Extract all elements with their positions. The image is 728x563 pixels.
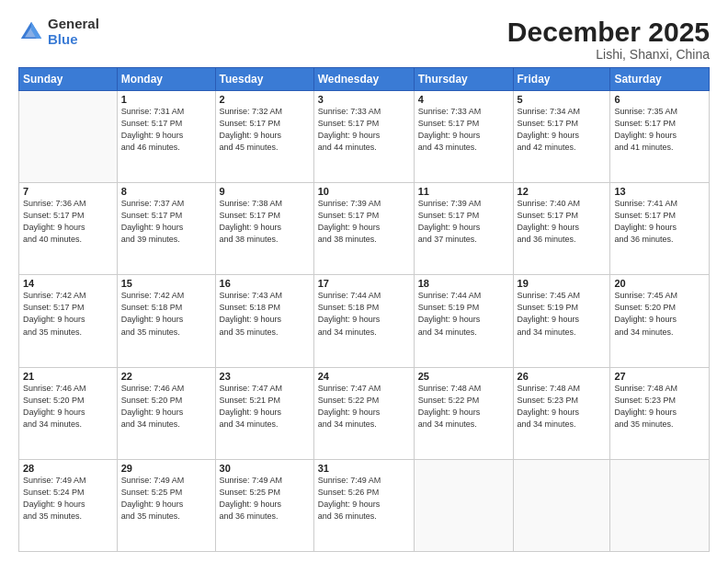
day-info: Sunrise: 7:44 AM Sunset: 5:19 PM Dayligh…: [418, 290, 509, 338]
day-header-saturday: Saturday: [610, 68, 710, 91]
day-number: 30: [220, 463, 310, 474]
calendar-cell: 5Sunrise: 7:34 AM Sunset: 5:17 PM Daylig…: [513, 91, 610, 183]
day-number: 27: [614, 371, 705, 382]
day-info: Sunrise: 7:34 AM Sunset: 5:17 PM Dayligh…: [518, 106, 607, 154]
calendar-cell: 1Sunrise: 7:31 AM Sunset: 5:17 PM Daylig…: [117, 91, 215, 183]
day-info: Sunrise: 7:33 AM Sunset: 5:17 PM Dayligh…: [318, 106, 410, 154]
day-header-wednesday: Wednesday: [313, 68, 414, 91]
day-info: Sunrise: 7:32 AM Sunset: 5:17 PM Dayligh…: [220, 106, 310, 154]
calendar-cell: 30Sunrise: 7:49 AM Sunset: 5:25 PM Dayli…: [215, 459, 313, 551]
day-header-friday: Friday: [513, 68, 610, 91]
day-number: 17: [318, 278, 410, 289]
calendar-cell: 15Sunrise: 7:42 AM Sunset: 5:18 PM Dayli…: [117, 275, 215, 367]
calendar-cell: 8Sunrise: 7:37 AM Sunset: 5:17 PM Daylig…: [117, 183, 215, 275]
calendar-body: 1Sunrise: 7:31 AM Sunset: 5:17 PM Daylig…: [19, 91, 710, 552]
day-info: Sunrise: 7:45 AM Sunset: 5:20 PM Dayligh…: [614, 290, 705, 338]
day-number: 19: [518, 278, 607, 289]
day-number: 1: [121, 94, 211, 105]
calendar-cell: 27Sunrise: 7:48 AM Sunset: 5:23 PM Dayli…: [610, 367, 710, 459]
day-number: 7: [23, 186, 113, 197]
calendar-cell: 11Sunrise: 7:39 AM Sunset: 5:17 PM Dayli…: [414, 183, 513, 275]
day-number: 2: [220, 94, 310, 105]
day-number: 15: [121, 278, 211, 289]
day-info: Sunrise: 7:37 AM Sunset: 5:17 PM Dayligh…: [121, 198, 211, 246]
header: General Blue December 2025 Lishi, Shanxi…: [18, 17, 710, 62]
page: General Blue December 2025 Lishi, Shanxi…: [0, 0, 728, 563]
day-header-tuesday: Tuesday: [215, 68, 313, 91]
day-number: 29: [121, 463, 211, 474]
calendar-cell: 26Sunrise: 7:48 AM Sunset: 5:23 PM Dayli…: [513, 367, 610, 459]
calendar-cell: 14Sunrise: 7:42 AM Sunset: 5:17 PM Dayli…: [19, 275, 118, 367]
day-info: Sunrise: 7:39 AM Sunset: 5:17 PM Dayligh…: [318, 198, 410, 246]
day-number: 13: [614, 186, 705, 197]
day-number: 5: [518, 94, 607, 105]
calendar-cell: 4Sunrise: 7:33 AM Sunset: 5:17 PM Daylig…: [414, 91, 513, 183]
week-row-1: 7Sunrise: 7:36 AM Sunset: 5:17 PM Daylig…: [19, 183, 710, 275]
day-info: Sunrise: 7:42 AM Sunset: 5:18 PM Dayligh…: [121, 290, 211, 338]
day-info: Sunrise: 7:42 AM Sunset: 5:17 PM Dayligh…: [23, 290, 113, 338]
title-block: December 2025 Lishi, Shanxi, China: [507, 17, 710, 62]
calendar-cell: 31Sunrise: 7:49 AM Sunset: 5:26 PM Dayli…: [313, 459, 414, 551]
day-number: 8: [121, 186, 211, 197]
calendar-cell: 29Sunrise: 7:49 AM Sunset: 5:25 PM Dayli…: [117, 459, 215, 551]
month-title: December 2025: [507, 17, 710, 47]
calendar-cell: 17Sunrise: 7:44 AM Sunset: 5:18 PM Dayli…: [313, 275, 414, 367]
calendar-cell: 3Sunrise: 7:33 AM Sunset: 5:17 PM Daylig…: [313, 91, 414, 183]
calendar-table: SundayMondayTuesdayWednesdayThursdayFrid…: [18, 67, 710, 552]
calendar-cell: 20Sunrise: 7:45 AM Sunset: 5:20 PM Dayli…: [610, 275, 710, 367]
day-info: Sunrise: 7:48 AM Sunset: 5:22 PM Dayligh…: [418, 383, 509, 431]
day-info: Sunrise: 7:38 AM Sunset: 5:17 PM Dayligh…: [220, 198, 310, 246]
calendar-cell: 7Sunrise: 7:36 AM Sunset: 5:17 PM Daylig…: [19, 183, 118, 275]
day-info: Sunrise: 7:47 AM Sunset: 5:22 PM Dayligh…: [318, 383, 410, 431]
day-number: 10: [318, 186, 410, 197]
logo-blue: Blue: [48, 32, 99, 48]
day-number: 3: [318, 94, 410, 105]
day-info: Sunrise: 7:31 AM Sunset: 5:17 PM Dayligh…: [121, 106, 211, 154]
day-header-monday: Monday: [117, 68, 215, 91]
calendar-cell: 10Sunrise: 7:39 AM Sunset: 5:17 PM Dayli…: [313, 183, 414, 275]
day-info: Sunrise: 7:49 AM Sunset: 5:25 PM Dayligh…: [121, 475, 211, 523]
calendar-cell: [610, 459, 710, 551]
calendar-cell: 2Sunrise: 7:32 AM Sunset: 5:17 PM Daylig…: [215, 91, 313, 183]
day-info: Sunrise: 7:33 AM Sunset: 5:17 PM Dayligh…: [418, 106, 509, 154]
day-info: Sunrise: 7:49 AM Sunset: 5:26 PM Dayligh…: [318, 475, 410, 523]
calendar-cell: [19, 91, 118, 183]
calendar-cell: 19Sunrise: 7:45 AM Sunset: 5:19 PM Dayli…: [513, 275, 610, 367]
day-info: Sunrise: 7:48 AM Sunset: 5:23 PM Dayligh…: [614, 383, 705, 431]
calendar-cell: 18Sunrise: 7:44 AM Sunset: 5:19 PM Dayli…: [414, 275, 513, 367]
week-row-2: 14Sunrise: 7:42 AM Sunset: 5:17 PM Dayli…: [19, 275, 710, 367]
calendar-cell: 13Sunrise: 7:41 AM Sunset: 5:17 PM Dayli…: [610, 183, 710, 275]
day-header-thursday: Thursday: [414, 68, 513, 91]
day-info: Sunrise: 7:39 AM Sunset: 5:17 PM Dayligh…: [418, 198, 509, 246]
day-number: 16: [220, 278, 310, 289]
calendar-cell: 12Sunrise: 7:40 AM Sunset: 5:17 PM Dayli…: [513, 183, 610, 275]
logo-icon: [18, 19, 44, 45]
day-number: 14: [23, 278, 113, 289]
logo-general: General: [48, 17, 99, 32]
day-number: 26: [518, 371, 607, 382]
day-number: 28: [23, 463, 113, 474]
calendar-header: SundayMondayTuesdayWednesdayThursdayFrid…: [19, 68, 710, 91]
location-subtitle: Lishi, Shanxi, China: [507, 47, 710, 62]
day-number: 9: [220, 186, 310, 197]
calendar-cell: 16Sunrise: 7:43 AM Sunset: 5:18 PM Dayli…: [215, 275, 313, 367]
day-info: Sunrise: 7:46 AM Sunset: 5:20 PM Dayligh…: [121, 383, 211, 431]
day-number: 18: [418, 278, 509, 289]
day-number: 21: [23, 371, 113, 382]
day-info: Sunrise: 7:35 AM Sunset: 5:17 PM Dayligh…: [614, 106, 705, 154]
week-row-0: 1Sunrise: 7:31 AM Sunset: 5:17 PM Daylig…: [19, 91, 710, 183]
week-row-4: 28Sunrise: 7:49 AM Sunset: 5:24 PM Dayli…: [19, 459, 710, 551]
day-number: 24: [318, 371, 410, 382]
day-info: Sunrise: 7:45 AM Sunset: 5:19 PM Dayligh…: [518, 290, 607, 338]
day-info: Sunrise: 7:49 AM Sunset: 5:25 PM Dayligh…: [220, 475, 310, 523]
day-info: Sunrise: 7:47 AM Sunset: 5:21 PM Dayligh…: [220, 383, 310, 431]
day-number: 12: [518, 186, 607, 197]
day-number: 31: [318, 463, 410, 474]
calendar-cell: 24Sunrise: 7:47 AM Sunset: 5:22 PM Dayli…: [313, 367, 414, 459]
calendar-cell: 28Sunrise: 7:49 AM Sunset: 5:24 PM Dayli…: [19, 459, 118, 551]
day-header-row: SundayMondayTuesdayWednesdayThursdayFrid…: [19, 68, 710, 91]
day-number: 25: [418, 371, 509, 382]
calendar-cell: 25Sunrise: 7:48 AM Sunset: 5:22 PM Dayli…: [414, 367, 513, 459]
calendar-cell: [513, 459, 610, 551]
calendar-cell: 22Sunrise: 7:46 AM Sunset: 5:20 PM Dayli…: [117, 367, 215, 459]
